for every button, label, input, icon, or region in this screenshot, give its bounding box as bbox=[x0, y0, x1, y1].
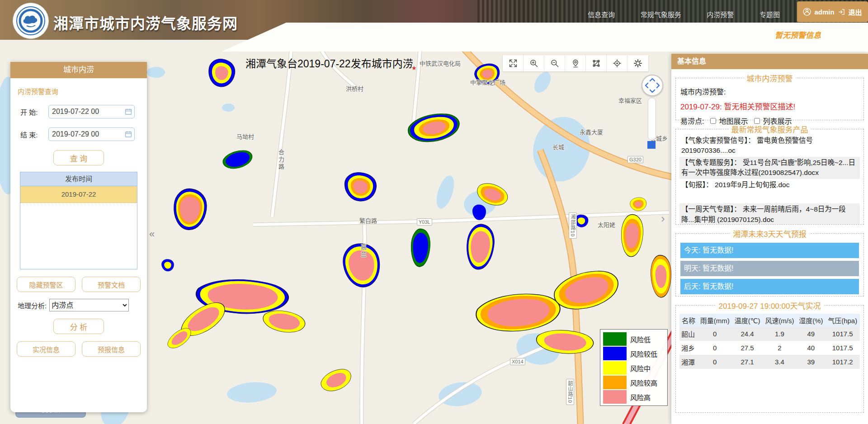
forecast-bar-tomorrow: 明天: 暂无数据! bbox=[680, 261, 859, 276]
map-label-yongxin: 永鑫大厦 bbox=[580, 127, 603, 136]
warning-document-button[interactable]: 预警文档 bbox=[82, 277, 141, 292]
cell: 湘潭 bbox=[679, 355, 698, 369]
cell: 1017.5 bbox=[825, 327, 860, 341]
site-logo bbox=[13, 3, 49, 39]
forecast-day-value: 暂无数据! bbox=[703, 264, 733, 272]
product-item[interactable]: 【旬报】： 2019年9月上旬旬报.doc bbox=[679, 179, 860, 203]
geo-analysis-select[interactable]: 内涝点 bbox=[49, 299, 129, 311]
query-button[interactable]: 查 询 bbox=[53, 150, 104, 165]
nav-item-flood-warning[interactable]: 内涝预警 bbox=[707, 9, 734, 19]
table-row: 韶山 0 24.4 1.9 49 1017.5 bbox=[679, 327, 860, 341]
legend-swatch-higher bbox=[603, 376, 627, 389]
end-date-input[interactable] bbox=[48, 127, 135, 141]
products-legend: 最新常规气象服务产品 bbox=[729, 123, 811, 135]
map-display-checkbox[interactable] bbox=[710, 118, 716, 124]
legend-swatch-lower bbox=[603, 347, 627, 360]
product-item[interactable]: 【一周天气专题】： 未来一周前晴后雨，4~8日为一段降...集中期 (20190… bbox=[679, 203, 860, 225]
legend-item: 风险较高 bbox=[603, 376, 667, 389]
legend-swatch-high bbox=[603, 390, 627, 404]
user-box[interactable]: admin 退出 bbox=[797, 1, 868, 22]
legend-item: 风险中 bbox=[603, 361, 667, 375]
live-table-header-row: 名称 雨量(mm) 温度(℃) 风速(m/s) 湿度(%) 气压(hpa) bbox=[679, 314, 860, 327]
hide-warning-zone-button[interactable]: 隐藏预警区 bbox=[17, 277, 75, 292]
live-info-button[interactable]: 实况信息 bbox=[17, 341, 75, 357]
app-root: { "colors": { "tan": "#c89c62", "orange_… bbox=[0, 0, 868, 424]
fullscreen-button[interactable] bbox=[503, 55, 524, 71]
forecast-bar-day-after: 后天: 暂无数据! bbox=[680, 279, 859, 294]
settings-button[interactable] bbox=[627, 55, 648, 71]
road-badge-y03l: Y03L bbox=[417, 218, 432, 226]
query-section-title: 内涝预警查询 bbox=[18, 86, 147, 96]
fullscreen-icon bbox=[509, 59, 518, 68]
result-table-header: 发布时间 bbox=[20, 172, 137, 186]
marker-icon bbox=[571, 59, 580, 68]
live-weather-table: 名称 雨量(mm) 温度(℃) 风速(m/s) 湿度(%) 气压(hpa) 韶山… bbox=[679, 314, 860, 369]
cell: 40 bbox=[797, 341, 825, 355]
col-pressure: 气压(hpa) bbox=[825, 314, 860, 327]
logout-label[interactable]: 退出 bbox=[849, 7, 862, 17]
cell: 24.4 bbox=[732, 327, 762, 341]
map-label-village: 马坳村 bbox=[236, 132, 254, 141]
forecast-day-label: 今天: bbox=[684, 246, 700, 254]
map-toolbar bbox=[503, 55, 648, 71]
result-table: 发布时间 2019-07-22 bbox=[20, 172, 137, 269]
cell: 3.4 bbox=[763, 355, 797, 369]
map-label-fanbai: 繁白路 bbox=[359, 216, 377, 225]
legend-swatch-medium bbox=[603, 361, 627, 375]
nav-item-info-query[interactable]: 信息查询 bbox=[588, 9, 615, 19]
forecast-day-value: 暂无数据! bbox=[703, 246, 733, 254]
legend-item: 风险高 bbox=[603, 390, 667, 404]
calendar-icon[interactable] bbox=[125, 108, 132, 117]
zoom-slider-handle[interactable] bbox=[647, 141, 656, 149]
info-buttons-row: 实况信息 预报信息 bbox=[17, 341, 141, 357]
zoom-out-icon bbox=[550, 59, 559, 68]
map-label-julong: 中擎聚龙广场 bbox=[470, 78, 505, 86]
map-label-road-heli: 合力路 bbox=[277, 149, 285, 171]
warning-marquee: 暂无预警信息 bbox=[741, 29, 854, 40]
col-humidity: 湿度(%) bbox=[797, 314, 825, 327]
cell: 0 bbox=[698, 327, 732, 341]
forecast-day-value: 暂无数据! bbox=[703, 283, 733, 290]
zoom-in-icon bbox=[529, 59, 538, 68]
marker-button[interactable] bbox=[565, 55, 586, 71]
gear-icon bbox=[633, 59, 642, 68]
start-date-input[interactable] bbox=[48, 105, 135, 118]
locate-button[interactable] bbox=[607, 55, 627, 71]
start-date-label: 开 始: bbox=[20, 107, 48, 117]
zoom-out-button[interactable] bbox=[544, 55, 565, 71]
left-panel-collapse-handle[interactable]: « bbox=[149, 228, 155, 240]
cell: 0 bbox=[698, 341, 732, 355]
cell: 1.9 bbox=[763, 327, 797, 341]
geo-analysis-label: 地理分析: bbox=[18, 301, 47, 310]
cell: 49 bbox=[797, 327, 825, 341]
legend-label: 风险较低 bbox=[630, 349, 657, 358]
forecast-info-button[interactable]: 预报信息 bbox=[82, 341, 141, 357]
cell: 1017.2 bbox=[825, 355, 860, 369]
flood-points-label: 易涝点: bbox=[680, 115, 704, 126]
end-date-label: 结 束: bbox=[20, 130, 48, 139]
logout-icon bbox=[838, 8, 845, 16]
nav-item-regular-service[interactable]: 常规气象服务 bbox=[641, 9, 681, 19]
product-item[interactable]: 【气象专题服务】： 受11号台风“白鹿”影响,25日晚~2...日有一次中等强度… bbox=[679, 157, 860, 179]
col-wind: 风速(m/s) bbox=[763, 314, 797, 327]
nav-item-thematic-map[interactable]: 专题图 bbox=[760, 9, 780, 19]
result-table-empty-area bbox=[20, 203, 137, 269]
zoom-in-button[interactable] bbox=[524, 55, 544, 71]
polygon-measure-button[interactable] bbox=[586, 55, 607, 71]
zoom-slider-track[interactable] bbox=[648, 98, 656, 140]
road-badge-xiangshao: 湘邵路10 bbox=[569, 212, 577, 239]
username: admin bbox=[814, 8, 834, 16]
pan-compass[interactable] bbox=[642, 75, 663, 96]
risk-legend: 风险低 风险较低 风险中 风险较高 风险高 bbox=[600, 329, 668, 406]
right-panel-collapse-handle[interactable]: › bbox=[661, 212, 665, 226]
legend-item: 风险低 bbox=[603, 332, 667, 346]
list-display-checkbox[interactable] bbox=[754, 118, 760, 124]
product-item[interactable]: 【气象灾害预警信号】： 雷电黄色预警信号2019070336....oc bbox=[679, 135, 860, 157]
zone-buttons-row: 隐藏预警区 预警文档 bbox=[17, 277, 141, 292]
calendar-icon[interactable] bbox=[125, 131, 132, 140]
result-table-row-selected[interactable]: 2019-07-22 bbox=[20, 186, 137, 203]
cell: 0 bbox=[698, 355, 732, 369]
forecast-bar-today: 今天: 暂无数据! bbox=[680, 243, 859, 258]
analyze-button[interactable]: 分 析 bbox=[53, 319, 104, 334]
end-date-row: 结 束: bbox=[20, 127, 147, 141]
